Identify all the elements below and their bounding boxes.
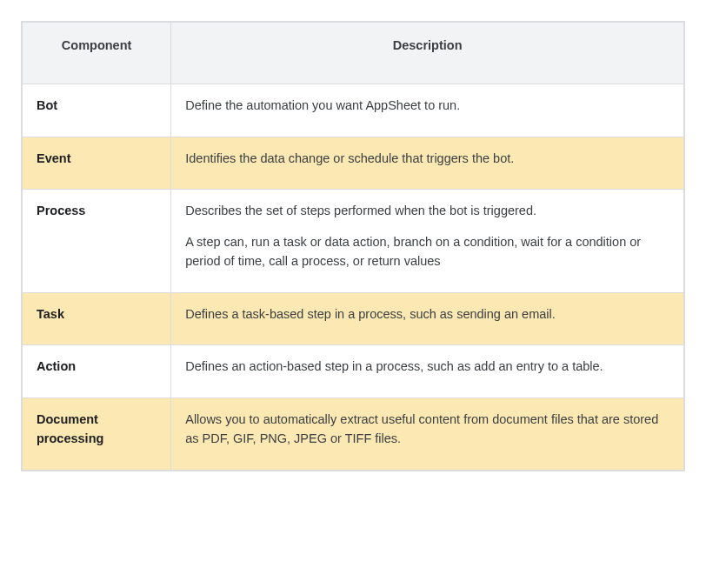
- component-description: Defines an action-based step in a proces…: [171, 345, 684, 398]
- component-name: Event: [23, 137, 171, 190]
- component-name: Process: [23, 190, 171, 292]
- table-row: Event Identifies the data change or sche…: [23, 137, 684, 190]
- table-row: Task Defines a task-based step in a proc…: [23, 292, 684, 345]
- table-row: Bot Define the automation you want AppSh…: [23, 84, 684, 137]
- components-table-wrap: Component Description Bot Define the aut…: [21, 21, 685, 471]
- component-name: Task: [23, 292, 171, 345]
- header-component: Component: [23, 23, 171, 84]
- components-table: Component Description Bot Define the aut…: [22, 22, 684, 471]
- header-description: Description: [171, 23, 684, 84]
- component-description: Define the automation you want AppSheet …: [171, 84, 684, 137]
- component-name: Document processing: [23, 398, 171, 471]
- component-description: Defines a task-based step in a process, …: [171, 292, 684, 345]
- table-row: Document processing Allows you to automa…: [23, 398, 684, 471]
- component-description: Allows you to automatically extract usef…: [171, 398, 684, 471]
- component-description: Describes the set of steps performed whe…: [171, 190, 684, 292]
- component-description: Identifies the data change or schedule t…: [171, 137, 684, 190]
- component-name: Action: [23, 345, 171, 398]
- table-row: Action Defines an action-based step in a…: [23, 345, 684, 398]
- table-header-row: Component Description: [23, 23, 684, 84]
- table-row: Process Describes the set of steps perfo…: [23, 190, 684, 292]
- component-name: Bot: [23, 84, 171, 137]
